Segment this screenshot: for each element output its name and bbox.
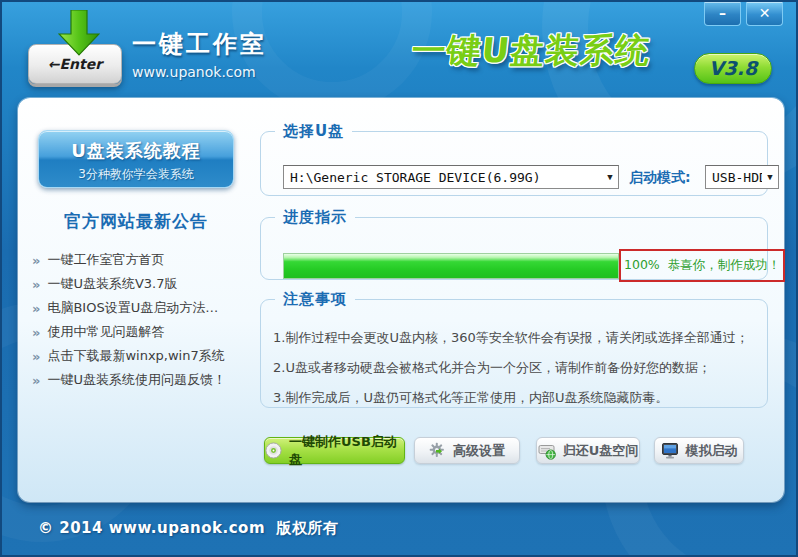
restore-usb-space-button[interactable]: 归还U盘空间 <box>536 437 640 464</box>
sidebar-item-label: 点击下载最新winxp,win7系统 <box>47 347 224 365</box>
chevron-bullet-icon: » <box>32 253 40 268</box>
progress-fill <box>284 254 618 278</box>
tutorial-button-subtitle: 3分种教你学会装系统 <box>39 166 233 183</box>
app-window: – ✕ ←Enter 一键工作室 www.upanok.com 一键U盘装系统 … <box>0 0 798 557</box>
progress-bar <box>283 253 619 279</box>
chevron-down-icon: ▼ <box>762 172 778 182</box>
note-line: 3.制作完成后，U盘仍可格式化等正常使用，内部U盘系统隐藏防毒。 <box>273 383 759 413</box>
drive-globe-icon <box>538 442 556 460</box>
button-label: 归还U盘空间 <box>563 442 639 460</box>
simulate-boot-button[interactable]: 模拟启动 <box>654 437 744 464</box>
sidebar-item-bios[interactable]: » 电脑BIOS设置U盘启动方法… <box>32 296 248 320</box>
chevron-bullet-icon: » <box>32 325 40 340</box>
disc-icon <box>265 442 282 459</box>
chevron-bullet-icon: » <box>32 277 40 292</box>
brand-url: www.upanok.com <box>132 64 267 80</box>
announcements-heading: 官方网站最新公告 <box>38 210 234 233</box>
sidebar-item-feedback[interactable]: » 一键U盘装系统使用问题反馈！ <box>32 368 248 392</box>
boot-mode-dropdown[interactable]: USB-HDD ▼ <box>705 165 779 189</box>
main-panel: U盘装系统教程 3分种教你学会装系统 官方网站最新公告 » 一键工作室官方首页 … <box>18 98 784 502</box>
sidebar-item-label: 一键工作室官方首页 <box>47 251 164 269</box>
progress-section: 进度指示 100% 恭喜你，制作成功！ <box>260 208 768 280</box>
usb-device-dropdown[interactable]: H:\Generic STORAGE DEVICE(6.99G) ▼ <box>283 165 619 189</box>
chevron-bullet-icon: » <box>32 301 40 316</box>
brand-block: 一键工作室 www.upanok.com <box>132 28 267 80</box>
app-logo: ←Enter <box>28 10 128 86</box>
progress-legend: 进度指示 <box>275 208 355 227</box>
monitor-icon <box>661 442 679 460</box>
sidebar-item-home[interactable]: » 一键工作室官方首页 <box>32 248 248 272</box>
notes-list: 1.制作过程中会更改U盘内核，360等安全软件会有误报，请关闭或选择全部通过； … <box>273 323 759 413</box>
button-label: 模拟启动 <box>686 442 738 460</box>
boot-mode-label: 启动模式: <box>629 169 691 187</box>
app-title: 一键U盘装系统 <box>404 28 659 74</box>
select-usb-legend: 选择U盘 <box>275 122 352 141</box>
copyright-text: © 2014 www.upanok.com 版权所有 <box>38 519 338 538</box>
tutorial-button-title: U盘装系统教程 <box>39 139 233 163</box>
gear-icon <box>429 442 446 459</box>
note-line: 2.U盘或者移动硬盘会被格式化并合为一个分区，请制作前备份好您的数据； <box>273 353 759 383</box>
advanced-settings-button[interactable]: 高级设置 <box>414 437 520 464</box>
version-badge: V3.8 <box>694 53 772 84</box>
notes-legend: 注意事项 <box>275 290 355 309</box>
progress-status-badge: 100% 恭喜你，制作成功！ <box>619 249 785 282</box>
announcement-list: » 一键工作室官方首页 » 一键U盘装系统V3.7版 » 电脑BIOS设置U盘启… <box>32 248 248 392</box>
select-usb-section: 选择U盘 H:\Generic STORAGE DEVICE(6.99G) ▼ … <box>260 122 768 196</box>
sidebar-item-label: 使用中常见问题解答 <box>47 323 164 341</box>
sidebar-item-faq[interactable]: » 使用中常见问题解答 <box>32 320 248 344</box>
boot-mode-value: USB-HDD <box>706 170 762 185</box>
chevron-bullet-icon: » <box>32 349 40 364</box>
button-label: 高级设置 <box>453 442 505 460</box>
make-usb-boot-button[interactable]: 一键制作USB启动盘 <box>264 437 405 464</box>
notes-section: 注意事项 1.制作过程中会更改U盘内核，360等安全软件会有误报，请关闭或选择全… <box>260 290 768 408</box>
sidebar-item-v37[interactable]: » 一键U盘装系统V3.7版 <box>32 272 248 296</box>
close-button[interactable]: ✕ <box>746 2 783 26</box>
minimize-button[interactable]: – <box>704 2 741 26</box>
enter-arrow-icon <box>58 10 100 56</box>
chevron-bullet-icon: » <box>32 373 40 388</box>
note-line: 1.制作过程中会更改U盘内核，360等安全软件会有误报，请关闭或选择全部通过； <box>273 323 759 353</box>
chevron-down-icon: ▼ <box>602 172 618 182</box>
sidebar-item-download[interactable]: » 点击下载最新winxp,win7系统 <box>32 344 248 368</box>
sidebar-item-label: 一键U盘装系统使用问题反馈！ <box>47 371 226 389</box>
button-label: 一键制作USB启动盘 <box>289 433 404 469</box>
brand-title: 一键工作室 <box>132 28 267 60</box>
sidebar-item-label: 电脑BIOS设置U盘启动方法… <box>47 299 218 317</box>
tutorial-button[interactable]: U盘装系统教程 3分种教你学会装系统 <box>38 130 234 188</box>
usb-device-value: H:\Generic STORAGE DEVICE(6.99G) <box>284 170 602 185</box>
sidebar-item-label: 一键U盘装系统V3.7版 <box>47 275 177 293</box>
